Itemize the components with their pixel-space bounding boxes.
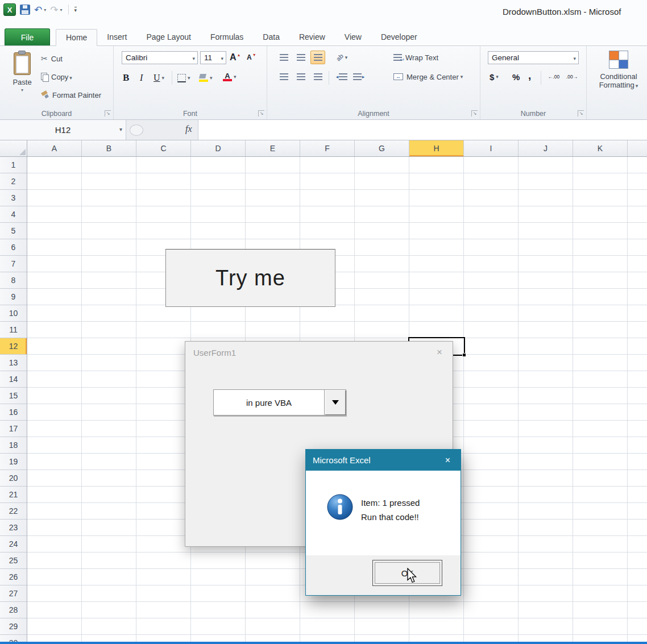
column-header-E[interactable]: E [246, 140, 300, 156]
column-header-H[interactable]: H [409, 140, 464, 156]
redo-dropdown-icon[interactable]: ▾ [60, 7, 63, 13]
copy-button[interactable]: Copy [41, 70, 72, 84]
row-header-2[interactable]: 2 [0, 173, 27, 190]
tab-developer[interactable]: Developer [371, 28, 427, 45]
fill-color-button[interactable] [199, 71, 213, 85]
grow-font-button[interactable]: A▲ [230, 51, 241, 64]
save-icon[interactable] [20, 5, 30, 15]
row-header-9[interactable]: 9 [0, 289, 27, 305]
row-header-14[interactable]: 14 [0, 371, 27, 388]
borders-button[interactable] [177, 71, 190, 85]
currency-button[interactable]: $ [490, 70, 499, 84]
merge-center-button[interactable]: Merge & Center [393, 70, 463, 84]
clipboard-dialog-launcher[interactable]: ↘ [105, 110, 111, 117]
tab-review[interactable]: Review [289, 28, 335, 45]
percent-button[interactable]: % [512, 70, 520, 84]
number-format-dropdown-icon[interactable] [572, 53, 578, 62]
formula-input[interactable] [198, 120, 647, 140]
column-header-G[interactable]: G [355, 140, 409, 156]
decrease-decimal-button[interactable]: .00→ [563, 70, 580, 84]
userform-close-button[interactable]: × [426, 342, 453, 363]
file-tab[interactable]: File [5, 28, 50, 45]
align-center-button[interactable] [293, 70, 308, 84]
column-header-I[interactable]: I [464, 140, 519, 156]
select-all-corner[interactable] [0, 140, 27, 157]
row-header-28[interactable]: 28 [0, 602, 27, 618]
tab-data[interactable]: Data [253, 28, 289, 45]
row-header-6[interactable]: 6 [0, 239, 27, 256]
column-header-K[interactable]: K [573, 140, 628, 156]
cut-button[interactable]: ✂ Cut [41, 52, 63, 65]
vba-combobox[interactable]: in pure VBA [213, 389, 346, 416]
row-header-5[interactable]: 5 [0, 223, 27, 239]
alignment-dialog-launcher[interactable]: ↘ [471, 110, 478, 117]
row-header-4[interactable]: 4 [0, 206, 27, 223]
font-size-dropdown-icon[interactable] [219, 53, 226, 62]
tab-formulas[interactable]: Formulas [201, 28, 253, 45]
bold-button[interactable]: B [123, 71, 129, 85]
row-header-30[interactable]: 30 [0, 635, 27, 642]
row-header-18[interactable]: 18 [0, 437, 27, 454]
row-header-20[interactable]: 20 [0, 470, 27, 487]
shrink-font-button[interactable]: A▼ [247, 51, 256, 64]
align-right-button[interactable] [310, 70, 325, 84]
row-header-7[interactable]: 7 [0, 256, 27, 272]
msgbox-close-button[interactable]: × [435, 450, 461, 471]
vba-combobox-dropdown-button[interactable] [324, 390, 346, 415]
row-header-26[interactable]: 26 [0, 569, 27, 585]
row-header-22[interactable]: 22 [0, 503, 27, 520]
font-name-dropdown-icon[interactable] [191, 53, 197, 62]
comma-button[interactable]: , [528, 69, 531, 82]
row-header-16[interactable]: 16 [0, 404, 27, 421]
try-me-button[interactable]: Try me [165, 249, 335, 307]
row-header-12[interactable]: 12 [0, 338, 27, 355]
fill-handle[interactable] [462, 353, 466, 357]
column-header-A[interactable]: A [27, 140, 82, 156]
row-header-29[interactable]: 29 [0, 618, 27, 635]
align-top-button[interactable] [276, 51, 291, 64]
row-header-21[interactable]: 21 [0, 487, 27, 503]
increase-decimal-button[interactable]: ←.00 [545, 70, 562, 84]
undo-icon[interactable]: ↶ [34, 5, 42, 15]
underline-button[interactable]: U [154, 71, 164, 85]
font-dialog-launcher[interactable]: ↘ [258, 110, 264, 117]
italic-button[interactable]: I [140, 71, 143, 85]
row-header-10[interactable]: 10 [0, 305, 27, 322]
format-painter-button[interactable]: Format Painter [41, 88, 101, 102]
row-header-24[interactable]: 24 [0, 536, 27, 552]
tab-page-layout[interactable]: Page Layout [136, 28, 201, 45]
increase-indent-button[interactable]: ▸ [351, 70, 366, 84]
row-header-19[interactable]: 19 [0, 454, 27, 470]
column-header-J[interactable]: J [519, 140, 573, 156]
name-box[interactable]: H12 ▾ [0, 120, 126, 140]
row-header-13[interactable]: 13 [0, 355, 27, 371]
decrease-indent-button[interactable]: ◂ [334, 70, 349, 84]
align-bottom-button[interactable] [310, 51, 325, 64]
conditional-formatting-button[interactable]: Conditional Formatting [591, 49, 646, 106]
column-header-B[interactable]: B [82, 140, 136, 156]
column-header-C[interactable]: C [136, 140, 191, 156]
name-box-dropdown-icon[interactable]: ▾ [119, 126, 122, 132]
font-name-select[interactable]: Calibri [122, 51, 198, 64]
undo-dropdown-icon[interactable]: ▾ [44, 7, 46, 13]
column-header-D[interactable]: D [191, 140, 246, 156]
number-format-select[interactable]: General [488, 51, 579, 64]
font-size-select[interactable]: 11 [200, 51, 226, 64]
row-header-23[interactable]: 23 [0, 520, 27, 536]
row-header-11[interactable]: 11 [0, 322, 27, 338]
insert-function-icon[interactable]: fx [185, 124, 192, 134]
paste-button[interactable]: Paste ▾ [6, 51, 39, 106]
row-header-1[interactable]: 1 [0, 157, 27, 173]
row-header-15[interactable]: 15 [0, 388, 27, 404]
align-middle-button[interactable] [293, 51, 308, 64]
font-color-button[interactable]: A [223, 70, 237, 84]
tab-home[interactable]: Home [56, 29, 97, 46]
vba-combobox-value[interactable]: in pure VBA [214, 390, 324, 415]
tab-view[interactable]: View [335, 28, 371, 45]
column-header-F[interactable]: F [300, 140, 355, 156]
qat-customize-icon[interactable]: ▾ [74, 7, 77, 13]
row-header-8[interactable]: 8 [0, 272, 27, 289]
number-dialog-launcher[interactable]: ↘ [578, 110, 584, 117]
orientation-button[interactable]: ab [332, 51, 351, 64]
row-header-25[interactable]: 25 [0, 552, 27, 569]
